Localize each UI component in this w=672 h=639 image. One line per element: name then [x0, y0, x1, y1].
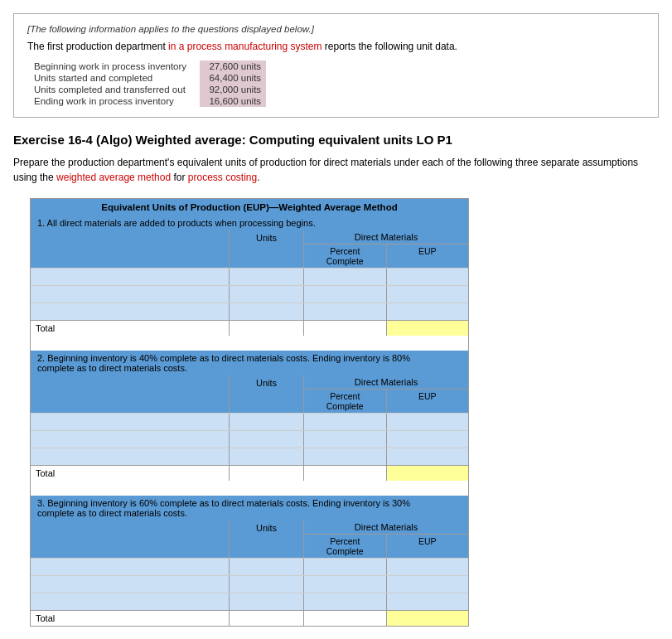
header-spacer [31, 520, 230, 558]
data-row-1-3 [31, 303, 468, 320]
row-label: Beginning work in process inventory [34, 61, 200, 72]
cell-label [31, 593, 230, 610]
cell-eup [387, 559, 469, 575]
total-units [230, 611, 304, 626]
info-box: [The following information applies to th… [13, 13, 659, 118]
total-percent [304, 466, 387, 481]
section-1-headers: Units Direct Materials PercentComplete E… [31, 230, 468, 268]
total-label: Total [31, 466, 230, 481]
eup-title: Equivalent Units of Production (EUP)—Wei… [31, 199, 468, 215]
dm-title: Direct Materials [304, 375, 468, 390]
cell-eup [387, 593, 469, 610]
cell-units [230, 576, 304, 593]
cell-percent [304, 303, 387, 320]
total-percent [304, 611, 387, 626]
cell-percent [304, 576, 387, 593]
units-col-header: Units [230, 230, 304, 268]
total-units [230, 466, 304, 481]
row-label: Ending work in process inventory [34, 95, 200, 107]
row-label: Units started and completed [34, 72, 200, 84]
dm-subs: PercentComplete EUP [304, 390, 468, 413]
cell-percent [304, 269, 387, 285]
total-eup [387, 611, 469, 626]
total-eup [387, 466, 469, 481]
cell-units [230, 303, 304, 320]
cell-label [31, 559, 230, 575]
cell-label [31, 414, 230, 430]
units-col-header: Units [230, 520, 304, 558]
section-1-condition: 1. All direct materials are added to pro… [31, 215, 468, 230]
total-row-2: Total [31, 465, 468, 481]
total-label: Total [31, 611, 230, 626]
cell-label [31, 269, 230, 285]
highlight-production: in a process manufacturing system [168, 41, 321, 52]
percent-header: PercentComplete [304, 244, 387, 268]
row-value: 27,600 units [200, 61, 266, 72]
header-spacer [31, 375, 230, 413]
unit-data-table: Beginning work in process inventory 27,6… [34, 61, 266, 107]
header-spacer [31, 230, 230, 268]
cell-label [31, 303, 230, 320]
total-percent [304, 321, 387, 336]
eup-header: EUP [387, 535, 469, 558]
cell-percent [304, 559, 387, 575]
section-2-headers: Units Direct Materials PercentComplete E… [31, 375, 468, 413]
cell-percent [304, 286, 387, 303]
eup-header: EUP [387, 244, 469, 268]
cell-units [230, 431, 304, 448]
units-col-header: Units [230, 375, 304, 413]
data-row-2-3 [31, 448, 468, 465]
data-row-1-2 [31, 285, 468, 303]
data-row-2-2 [31, 430, 468, 448]
row-value: 16,600 units [200, 95, 266, 107]
dm-subs: PercentComplete EUP [304, 535, 468, 558]
cell-units [230, 269, 304, 285]
table-row: Ending work in process inventory 16,600 … [34, 95, 266, 107]
data-row-3-2 [31, 575, 468, 593]
total-row-3: Total [31, 610, 468, 626]
eup-header: EUP [387, 390, 469, 413]
section-2-condition: 2. Beginning inventory is 40% complete a… [31, 351, 468, 375]
cell-units [230, 414, 304, 430]
cell-units [230, 593, 304, 610]
cell-label [31, 448, 230, 465]
info-note: [The following information applies to th… [27, 24, 645, 34]
separator-1 [31, 336, 468, 351]
eup-table-container: Equivalent Units of Production (EUP)—Wei… [30, 198, 469, 627]
data-row-3-1 [31, 558, 468, 575]
cell-eup [387, 431, 469, 448]
table-row: Beginning work in process inventory 27,6… [34, 61, 266, 72]
cell-label [31, 576, 230, 593]
total-units [230, 321, 304, 336]
row-value: 64,400 units [200, 72, 266, 84]
dm-block: Direct Materials PercentComplete EUP [304, 230, 468, 268]
table-row: Units started and completed 64,400 units [34, 72, 266, 84]
intro-text: The first production department in a pro… [27, 41, 645, 52]
cell-eup [387, 286, 469, 303]
cell-eup [387, 303, 469, 320]
separator-2 [31, 481, 468, 496]
cell-percent [304, 431, 387, 448]
section-3-condition: 3. Beginning inventory is 60% complete a… [31, 496, 468, 520]
cell-units [230, 286, 304, 303]
section-3-headers: Units Direct Materials PercentComplete E… [31, 520, 468, 558]
dm-block: Direct Materials PercentComplete EUP [304, 520, 468, 558]
cell-units [230, 448, 304, 465]
data-row-1-1 [31, 268, 468, 285]
dm-block: Direct Materials PercentComplete EUP [304, 375, 468, 413]
percent-header: PercentComplete [304, 535, 387, 558]
instruction-text: Prepare the production department's equi… [13, 155, 659, 185]
cell-units [230, 559, 304, 575]
dm-title: Direct Materials [304, 520, 468, 535]
data-row-3-3 [31, 593, 468, 610]
cell-eup [387, 576, 469, 593]
row-value: 92,000 units [200, 84, 266, 95]
section-3: 3. Beginning inventory is 60% complete a… [31, 496, 468, 626]
cell-percent [304, 593, 387, 610]
section-1: 1. All direct materials are added to pro… [31, 215, 468, 336]
cell-eup [387, 269, 469, 285]
table-row: Units completed and transferred out 92,0… [34, 84, 266, 95]
exercise-heading: Exercise 16-4 (Algo) Weighted average: C… [13, 133, 659, 147]
data-row-2-1 [31, 413, 468, 430]
section-2: 2. Beginning inventory is 40% complete a… [31, 351, 468, 481]
